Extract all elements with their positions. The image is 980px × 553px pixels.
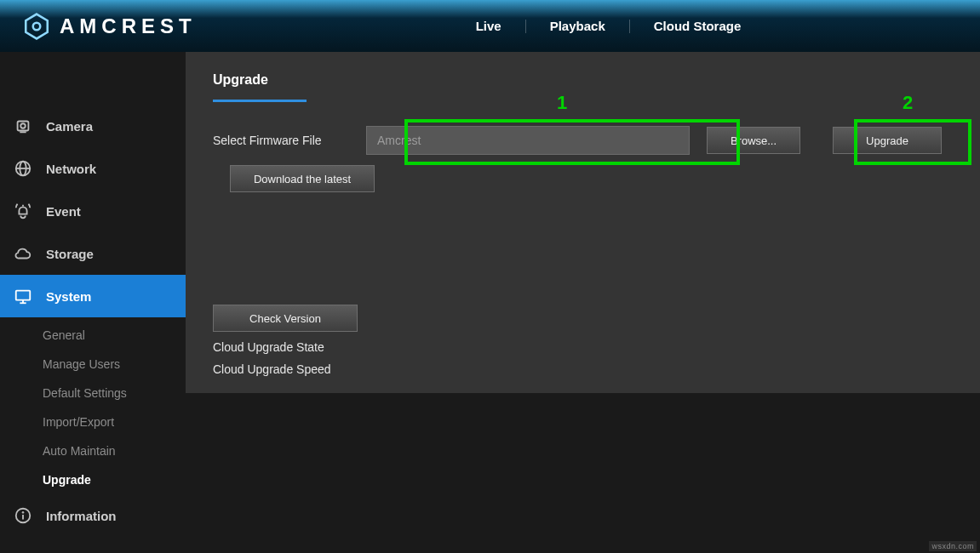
firmware-file-field[interactable]: Amcrest <box>366 126 690 155</box>
submenu-import-export[interactable]: Import/Export <box>43 408 186 436</box>
svg-point-3 <box>20 123 26 128</box>
browse-button[interactable]: Browse... <box>707 127 800 154</box>
watermark: wsxdn.com <box>929 541 977 551</box>
top-nav: Live Playback Cloud Storage <box>452 20 765 33</box>
submenu-default-settings[interactable]: Default Settings <box>43 379 186 408</box>
brand-logo: AMCREST <box>22 12 197 41</box>
svg-rect-2 <box>18 122 29 131</box>
camera-icon <box>12 117 34 135</box>
check-version-button[interactable]: Check Version <box>213 305 358 332</box>
sidebar-item-event[interactable]: Event <box>0 190 186 232</box>
svg-point-13 <box>22 511 24 513</box>
download-row: Download the latest <box>213 165 965 192</box>
sidebar-item-information[interactable]: Information <box>0 494 186 537</box>
hexagon-logo-icon <box>22 12 51 41</box>
main-lower-background <box>186 393 980 553</box>
submenu-upgrade[interactable]: Upgrade <box>43 465 186 494</box>
system-submenu: General Manage Users Default Settings Im… <box>0 317 186 494</box>
svg-rect-8 <box>16 291 31 300</box>
main-panel: Upgrade Select Firmware File Amcrest Bro… <box>186 52 980 553</box>
nav-live[interactable]: Live <box>452 20 525 33</box>
sidebar-item-label: Information <box>46 509 117 523</box>
annotation-label-2: 2 <box>903 92 913 114</box>
svg-point-1 <box>33 22 41 30</box>
submenu-manage-users[interactable]: Manage Users <box>43 350 186 379</box>
sidebar-item-label: Storage <box>46 247 94 261</box>
firmware-row: Select Firmware File Amcrest Browse... U… <box>213 126 965 155</box>
sidebar-item-label: Event <box>46 204 81 219</box>
brand-name: AMCREST <box>60 14 197 38</box>
sidebar-item-camera[interactable]: Camera <box>0 105 186 147</box>
annotation-label-1: 1 <box>557 92 567 114</box>
title-underline <box>213 100 307 102</box>
sidebar-item-label: Network <box>46 162 96 176</box>
nav-cloud-storage[interactable]: Cloud Storage <box>629 20 765 33</box>
sidebar-item-label: System <box>46 289 91 304</box>
info-icon <box>12 506 34 525</box>
sidebar-item-system[interactable]: System <box>0 275 186 317</box>
sidebar-item-label: Camera <box>46 119 93 134</box>
cloud-upgrade-speed-label: Cloud Upgrade Speed <box>213 362 965 376</box>
sidebar-item-storage[interactable]: Storage <box>0 232 186 275</box>
submenu-auto-maintain[interactable]: Auto Maintain <box>43 436 186 465</box>
download-latest-button[interactable]: Download the latest <box>230 165 375 192</box>
firmware-file-value: Amcrest <box>377 134 421 147</box>
cloud-icon <box>12 244 34 263</box>
nav-playback[interactable]: Playback <box>525 20 629 33</box>
sidebar-item-network[interactable]: Network <box>0 147 186 190</box>
globe-icon <box>12 159 34 178</box>
bell-signal-icon <box>12 202 34 220</box>
app-header: AMCREST Live Playback Cloud Storage <box>0 0 980 52</box>
sidebar: Camera Network Event Storage System <box>0 52 186 553</box>
page-title: Upgrade <box>213 72 965 100</box>
select-firmware-label: Select Firmware File <box>213 134 349 147</box>
cloud-upgrade-state-label: Cloud Upgrade State <box>213 340 965 354</box>
monitor-icon <box>12 287 34 305</box>
submenu-general[interactable]: General <box>43 321 186 350</box>
upgrade-button[interactable]: Upgrade <box>833 127 942 154</box>
